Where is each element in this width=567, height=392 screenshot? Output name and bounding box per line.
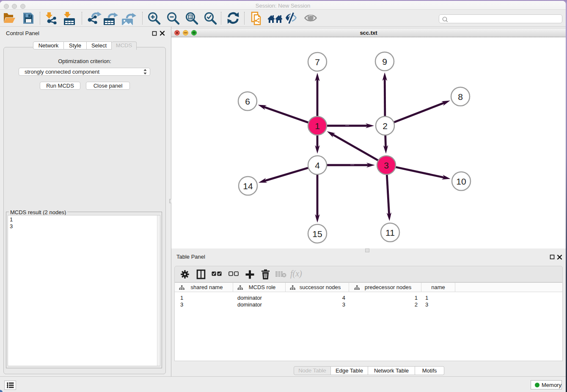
svg-text:8: 8 [458,92,463,102]
svg-text:15: 15 [312,229,322,239]
svg-text:14: 14 [243,181,253,191]
svg-text:10: 10 [456,177,466,186]
svg-text:2: 2 [383,121,388,131]
svg-text:4: 4 [315,160,320,170]
svg-text:3: 3 [384,160,389,170]
svg-text:1: 1 [315,121,320,131]
svg-text:11: 11 [385,228,395,237]
svg-text:7: 7 [315,57,320,67]
svg-text:9: 9 [382,57,387,66]
svg-text:6: 6 [245,97,250,106]
